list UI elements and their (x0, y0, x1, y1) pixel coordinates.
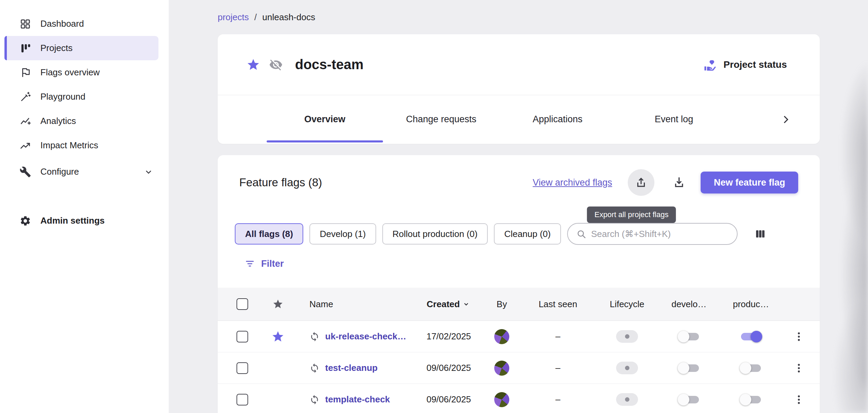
sidebar-item-label: Impact Metrics (40, 140, 98, 151)
lifecycle-dot (625, 397, 629, 402)
favorite-column-icon (272, 299, 283, 310)
filter-row: Filter (245, 254, 820, 273)
column-header-develop[interactable]: develo… (654, 299, 724, 310)
last-seen-value: – (556, 363, 560, 373)
search-icon (576, 229, 586, 239)
row-checkbox[interactable] (237, 331, 248, 342)
sort-desc-icon (462, 300, 471, 309)
column-header-by[interactable]: By (488, 299, 515, 310)
flag-name-link[interactable]: template-check (325, 394, 390, 405)
column-header-name[interactable]: Name (289, 299, 409, 310)
flags-title: Feature flags (8) (239, 176, 322, 189)
sidebar-item-label: Dashboard (40, 18, 84, 29)
sidebar-item-dashboard[interactable]: Dashboard (4, 12, 158, 36)
column-header-lifecycle[interactable]: Lifecycle (600, 299, 654, 310)
sidebar: Dashboard Projects Flags overview Playgr… (0, 0, 169, 413)
analytics-icon (20, 115, 31, 127)
view-archived-flags-link[interactable]: View archived flags (533, 177, 612, 188)
select-all-checkbox[interactable] (237, 298, 248, 310)
avatar (494, 329, 509, 344)
sidebar-item-label: Configure (40, 166, 79, 177)
breadcrumb-current: unleash-docs (262, 12, 315, 23)
lifecycle-badge[interactable] (616, 362, 638, 374)
eye-off-icon (269, 58, 283, 72)
flags-table: Name Created By Last seen Lifecycle deve… (218, 288, 820, 413)
lifecycle-badge[interactable] (616, 330, 638, 343)
tab-label: Change requests (406, 114, 476, 125)
breadcrumb-projects-link[interactable]: projects (218, 12, 249, 23)
production-toggle[interactable] (739, 361, 763, 375)
filter-chip-cleanup[interactable]: Cleanup (0) (494, 223, 561, 245)
columns-icon[interactable] (754, 228, 766, 240)
created-date: 09/06/2025 (426, 394, 471, 405)
tab-overview[interactable]: Overview (267, 95, 383, 143)
new-feature-flag-button[interactable]: New feature flag (701, 172, 798, 193)
export-flags-button[interactable] (628, 169, 654, 196)
main-content: projects / unleash-docs docs-team Projec… (169, 0, 868, 413)
row-actions-kebab[interactable] (793, 331, 805, 342)
filter-label: Filter (261, 259, 284, 269)
favorite-star-icon[interactable] (246, 58, 260, 72)
row-checkbox[interactable] (237, 394, 248, 405)
project-status-button[interactable]: Project status (703, 58, 787, 72)
chevron-down-icon (143, 167, 154, 177)
search-input[interactable] (591, 229, 729, 239)
sidebar-item-playground[interactable]: Playground (4, 85, 158, 109)
sidebar-item-projects[interactable]: Projects (4, 36, 158, 60)
gear-icon (20, 215, 31, 227)
tab-label: Event log (655, 114, 693, 125)
project-status-icon (703, 58, 717, 72)
table-row: test-cleanup 09/06/2025 – (218, 352, 820, 384)
import-flags-button[interactable] (672, 176, 686, 189)
production-toggle[interactable] (739, 393, 763, 406)
search-box[interactable] (567, 223, 738, 245)
row-favorite-star-icon[interactable] (271, 330, 284, 343)
last-seen-value: – (556, 394, 560, 405)
column-header-last-seen[interactable]: Last seen (515, 299, 600, 310)
lifecycle-badge[interactable] (616, 393, 638, 406)
magic-wand-icon (20, 91, 31, 103)
sidebar-item-label: Analytics (40, 116, 76, 126)
breadcrumb: projects / unleash-docs (218, 10, 868, 24)
filter-chip-rollout-production[interactable]: Rollout production (0) (382, 223, 488, 245)
flag-filter-chips: All flags (8) Develop (1) Rollout produc… (218, 223, 820, 245)
sidebar-item-flags-overview[interactable]: Flags overview (4, 60, 158, 85)
row-actions-kebab[interactable] (793, 362, 805, 374)
row-actions-kebab[interactable] (793, 394, 805, 405)
sidebar-item-impact-metrics[interactable]: Impact Metrics (4, 133, 158, 158)
sidebar-item-label: Projects (40, 43, 73, 53)
sidebar-item-configure[interactable]: Configure (4, 160, 158, 184)
export-icon (635, 176, 648, 189)
tab-event-log[interactable]: Event log (616, 95, 732, 143)
sidebar-item-admin-settings[interactable]: Admin settings (4, 209, 158, 233)
flag-name-link[interactable]: uk-release-check… (325, 331, 406, 342)
sidebar-item-analytics[interactable]: Analytics (4, 109, 158, 133)
production-toggle[interactable] (739, 330, 763, 343)
tab-applications[interactable]: Applications (499, 95, 616, 143)
flag-icon (20, 67, 31, 78)
flag-name-link[interactable]: test-cleanup (325, 363, 378, 373)
sidebar-nav: Dashboard Projects Flags overview Playgr… (0, 12, 169, 233)
row-checkbox[interactable] (237, 362, 248, 374)
develop-toggle[interactable] (677, 393, 701, 406)
export-tooltip: Export all project flags (587, 206, 676, 223)
avatar (494, 361, 509, 376)
breadcrumb-separator: / (254, 12, 257, 23)
project-tabs: Overview Change requests Applications Ev… (218, 95, 820, 143)
project-title: docs-team (295, 57, 363, 72)
develop-toggle[interactable] (677, 361, 701, 375)
column-header-created[interactable]: Created (409, 299, 488, 310)
created-date: 09/06/2025 (426, 363, 471, 373)
chevron-right-icon[interactable] (779, 113, 792, 126)
filter-button[interactable]: Filter (245, 259, 284, 269)
table-header-row: Name Created By Last seen Lifecycle deve… (218, 288, 820, 321)
release-flag-icon (309, 395, 320, 405)
column-header-production[interactable]: produc… (724, 299, 778, 310)
filter-chip-develop[interactable]: Develop (1) (309, 223, 376, 245)
wrench-icon (20, 166, 31, 178)
filter-chip-all-flags[interactable]: All flags (8) (235, 223, 303, 245)
tab-change-requests[interactable]: Change requests (383, 95, 499, 143)
import-icon (672, 176, 686, 189)
last-seen-value: – (556, 331, 560, 342)
develop-toggle[interactable] (677, 330, 701, 343)
